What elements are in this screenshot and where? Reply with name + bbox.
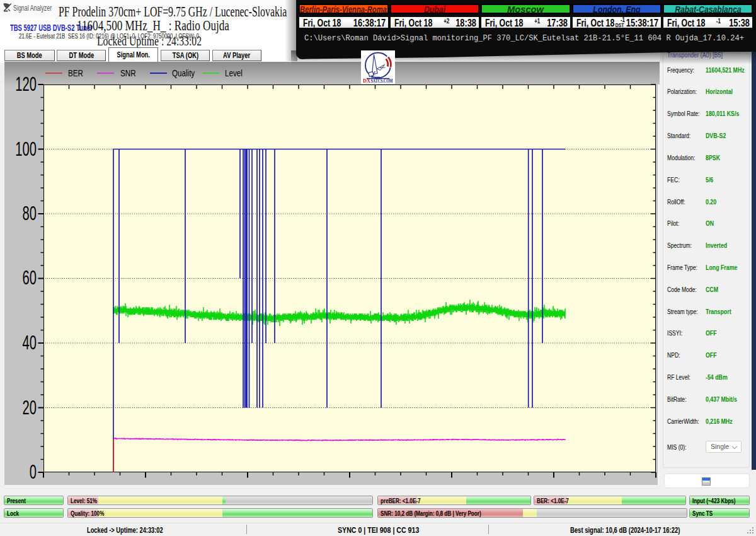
svg-text:DX: DX: [363, 78, 370, 84]
svg-text:SATCS.COM: SATCS.COM: [371, 78, 393, 84]
